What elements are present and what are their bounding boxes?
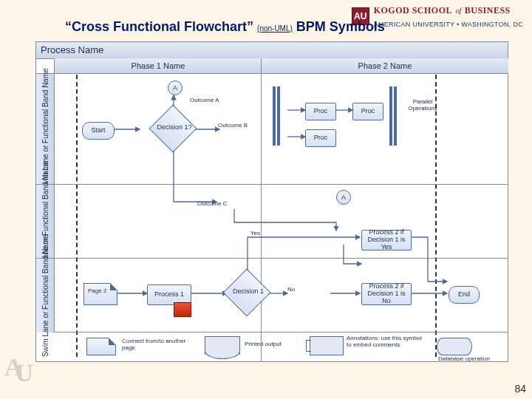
end-node: End	[449, 286, 480, 304]
phase-1-header: Phase 1 Name	[54, 58, 262, 74]
page-ref-node	[83, 283, 117, 305]
decision-1-node: Decision 1	[230, 276, 264, 310]
legend-annotation-shape	[310, 336, 344, 355]
phase-separator	[261, 58, 262, 361]
slide-title: “Cross Functional Flowchart” (non-UML) B…	[65, 19, 385, 35]
legend-page-shape	[86, 338, 116, 355]
lane-3-header: Swim Lane or Functional Band Name	[36, 258, 55, 332]
parallel-close-bar	[389, 86, 392, 146]
phase-2-header: Phase 2 Name	[261, 58, 508, 74]
parallel-ops-label: Parallel Operations	[404, 98, 441, 112]
brand-university: AMERICAN UNIVERSITY • WASHINGTON, DC	[374, 21, 523, 28]
yes-label: Yes	[250, 230, 260, 236]
lane-3-label: Swim Lane or Functional Band Name	[41, 234, 50, 357]
page-number: 84	[514, 383, 526, 395]
proc-node: Proc	[305, 129, 336, 147]
proc-node: Proc	[305, 103, 336, 120]
decision-1q-node: Decision 1?	[156, 112, 190, 146]
slide: AU KOGOD SCHOOL of BUSINESS AMERICAN UNI…	[0, 0, 532, 399]
brand-school: KOGOD SCHOOL	[374, 5, 452, 16]
lane-divider	[54, 258, 508, 259]
process-name-header: Process Name	[36, 42, 508, 59]
outcome-c-label: Outcome C	[197, 200, 227, 207]
brand-text: KOGOD SCHOOL of BUSINESS AMERICAN UNIVER…	[374, 3, 523, 30]
legend-connect: Connect from/to another page	[122, 338, 188, 351]
parallel-open-bar	[277, 86, 280, 146]
legend-printed: Printed output	[245, 341, 282, 347]
outcome-b-label: Outcome B	[218, 122, 248, 129]
dashed-guide	[76, 75, 78, 357]
legend-annotations: Annotations: use this symbol to embed co…	[347, 335, 428, 348]
connectors	[36, 42, 508, 361]
brand-school2: BUSINESS	[465, 5, 511, 16]
legend-db-shape	[437, 338, 472, 355]
dashed-guide	[435, 75, 437, 357]
page-ref-label: Page 2	[88, 287, 106, 294]
parallel-open-bar	[273, 86, 276, 146]
process-2-yes-node: Process 2 if Decision 1 is Yes	[361, 230, 412, 250]
title-tail: BPM Symbols	[296, 19, 385, 34]
legend-doc-shape	[205, 336, 240, 355]
process-2-no-node: Process 2 if Decision 1 is No	[361, 283, 412, 305]
proc-node: Proc	[352, 103, 383, 120]
subprocess-icon	[174, 302, 191, 317]
parallel-close-bar	[394, 86, 397, 146]
lane-divider	[54, 184, 508, 185]
lane-divider	[54, 332, 508, 332]
legend-database: Database operation	[438, 355, 490, 362]
no-label: No	[287, 286, 295, 293]
flowchart-panel: Process Name Phase 1 Name Phase 2 Name S…	[35, 41, 508, 362]
title-quoted: “Cross Functional Flowchart”	[65, 19, 253, 34]
watermark-u: U	[16, 359, 34, 386]
connector-a-mid: A	[336, 190, 351, 205]
start-node: Start	[82, 122, 115, 140]
brand-of: of	[456, 7, 462, 15]
outcome-a-label: Outcome A	[190, 97, 219, 103]
title-sub: (non-UML)	[257, 24, 293, 33]
connector-a-top: A	[168, 81, 183, 95]
